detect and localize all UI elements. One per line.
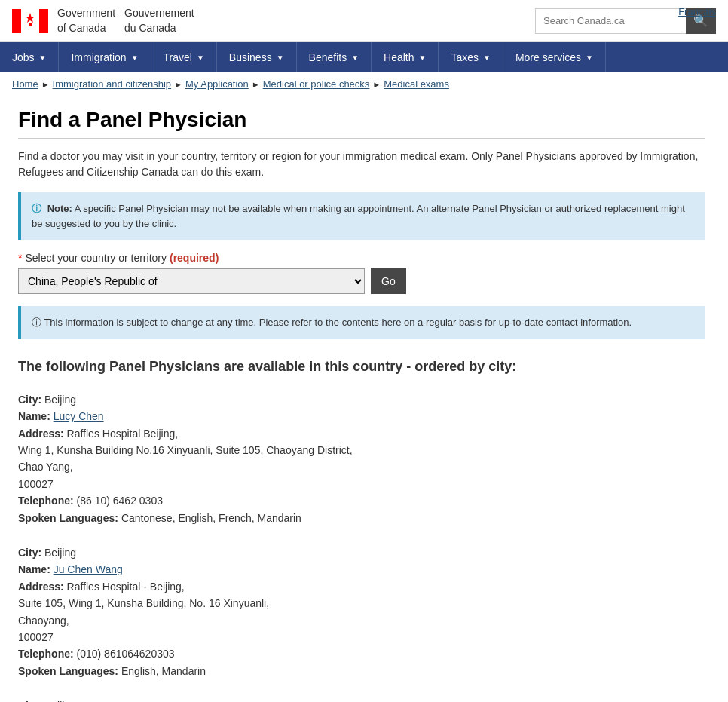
physician-telephone: Telephone: (010) 861064620303 <box>18 645 705 662</box>
breadcrumb-home[interactable]: Home <box>12 78 38 90</box>
chevron-down-icon: ▼ <box>197 54 204 62</box>
physician-entry: City: Beijing Name: Chun Hui Li Address:… <box>18 697 705 702</box>
physician-name: Name: Ju Chen Wang <box>18 561 705 578</box>
gov-name-fr: Gouvernement du Canada <box>124 6 194 35</box>
physician-languages: Spoken Languages: Cantonese, English, Fr… <box>18 510 705 526</box>
nav-item-business[interactable]: Business ▼ <box>217 42 297 72</box>
physician-name-link[interactable]: Ju Chen Wang <box>54 563 123 575</box>
chevron-down-icon: ▼ <box>483 54 491 62</box>
svg-rect-1 <box>21 9 39 33</box>
breadcrumb-sep-4: ► <box>372 80 381 89</box>
site-header: Government of Canada Gouvernement du Can… <box>0 0 728 42</box>
form-row: China, People's Republic of Canada Unite… <box>18 268 705 294</box>
intro-text: Find a doctor you may visit in your coun… <box>18 149 705 180</box>
physician-entry: City: Beijing Name: Lucy Chen Address: R… <box>18 391 705 526</box>
canada-flag-icon <box>12 9 48 33</box>
chevron-down-icon: ▼ <box>351 54 359 62</box>
nav-item-health[interactable]: Health ▼ <box>372 42 439 72</box>
physician-name: Name: Lucy Chen <box>18 408 705 425</box>
breadcrumb-immigration[interactable]: Immigration and citizenship <box>53 78 172 90</box>
chevron-down-icon: ▼ <box>277 54 284 62</box>
form-label-text: Select your country or territory <box>25 252 167 264</box>
breadcrumb-sep-2: ► <box>174 80 182 89</box>
svg-rect-4 <box>29 23 32 26</box>
main-content: Find a Panel Physician Find a doctor you… <box>0 96 723 702</box>
nav-item-more-services[interactable]: More services ▼ <box>503 42 606 72</box>
physician-city: City: Beijing <box>18 544 705 561</box>
search-input[interactable] <box>535 8 686 34</box>
physician-city: City: Beijing <box>18 697 705 702</box>
breadcrumb-sep-1: ► <box>41 80 50 89</box>
physician-telephone: Telephone: (86 10) 6462 0303 <box>18 492 705 509</box>
note-label: Note: <box>47 203 72 214</box>
physician-city: City: Beijing <box>18 391 705 408</box>
go-button[interactable]: Go <box>371 268 406 294</box>
gov-en-line1: Government <box>57 6 115 21</box>
nav-item-benefits[interactable]: Benefits ▼ <box>297 42 372 72</box>
notice-text: This information is subject to change at… <box>44 317 632 328</box>
svg-rect-2 <box>39 9 48 33</box>
gov-fr-line1: Gouvernement <box>124 6 194 21</box>
country-form-section: * Select your country or territory (requ… <box>18 252 705 294</box>
gov-fr-line2: du Canada <box>124 21 194 36</box>
chevron-down-icon: ▼ <box>419 54 427 62</box>
form-label: * Select your country or territory (requ… <box>18 252 705 264</box>
physician-name-link[interactable]: Lucy Chen <box>54 410 104 422</box>
country-select[interactable]: China, People's Republic of Canada Unite… <box>18 268 365 294</box>
info-icon: ⓘ <box>32 203 41 214</box>
breadcrumb-myapp[interactable]: My Application <box>185 78 249 90</box>
breadcrumb-exams[interactable]: Medical exams <box>384 78 449 90</box>
chevron-down-icon: ▼ <box>586 54 593 62</box>
notice-box: ⓘ This information is subject to change … <box>18 306 705 339</box>
chevron-down-icon: ▼ <box>131 54 139 62</box>
physician-address: Address: Raffles Hospital - Beijing, Sui… <box>18 578 705 646</box>
breadcrumb-checks[interactable]: Medical or police checks <box>263 78 370 90</box>
breadcrumb: Home ► Immigration and citizenship ► My … <box>0 72 728 96</box>
svg-rect-0 <box>12 9 21 33</box>
logo-area: Government of Canada Gouvernement du Can… <box>12 6 194 35</box>
physician-entry: City: Beijing Name: Ju Chen Wang Address… <box>18 544 705 679</box>
required-star: * <box>18 252 22 264</box>
physician-address: Address: Raffles Hospital Beijing, Wing … <box>18 425 705 493</box>
results-heading: The following Panel Physicians are avail… <box>18 357 705 376</box>
info-icon: ⓘ <box>32 317 41 328</box>
note-box: ⓘ Note: A specific Panel Physician may n… <box>18 192 705 240</box>
nav-item-jobs[interactable]: Jobs ▼ <box>0 42 59 72</box>
chevron-down-icon: ▼ <box>39 54 47 62</box>
nav-item-immigration[interactable]: Immigration ▼ <box>59 42 151 72</box>
page-title: Find a Panel Physician <box>18 108 705 139</box>
nav-item-taxes[interactable]: Taxes ▼ <box>439 42 503 72</box>
main-nav: Jobs ▼ Immigration ▼ Travel ▼ Business ▼… <box>0 42 728 72</box>
francais-link[interactable]: Français <box>678 6 716 17</box>
breadcrumb-sep-3: ► <box>252 80 260 89</box>
required-text: (required) <box>170 252 219 264</box>
physician-languages: Spoken Languages: English, Mandarin <box>18 663 705 679</box>
nav-item-travel[interactable]: Travel ▼ <box>151 42 217 72</box>
gov-name: Government of Canada <box>57 6 115 35</box>
note-text: A specific Panel Physician may not be av… <box>32 203 685 229</box>
gov-en-line2: of Canada <box>57 21 115 36</box>
